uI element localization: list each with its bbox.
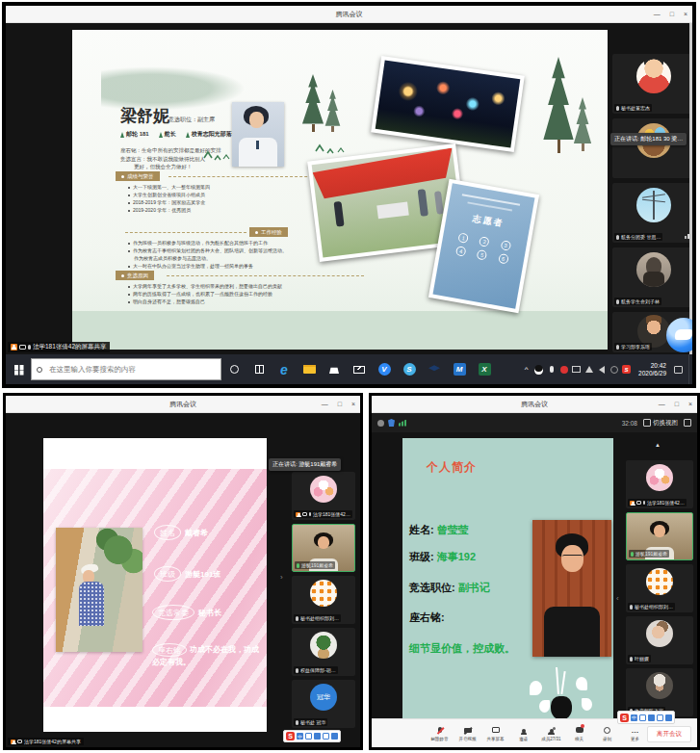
share-screen-button[interactable]: 共享屏幕	[483, 726, 507, 741]
minimize-icon[interactable]: —	[659, 401, 665, 407]
ime-keyboard-icon[interactable]	[323, 733, 329, 740]
info-icon[interactable]	[377, 420, 384, 427]
unmute-button[interactable]: 解除静音	[428, 726, 452, 741]
bullet-item: 作为校青志成员积极参与志愿活动。	[134, 255, 211, 262]
close-icon[interactable]: ×	[684, 11, 687, 17]
show-desktop-button[interactable]	[688, 354, 692, 384]
section-title: 竞选原因	[127, 273, 148, 279]
scrollbar[interactable]	[689, 23, 692, 354]
record-tray-icon[interactable]	[557, 354, 570, 384]
tree-bullet-icon	[186, 132, 190, 138]
sogou-ime-toolbar[interactable]: S 中	[617, 711, 675, 724]
taskbar-clock[interactable]: 20:42 2020/6/29	[633, 362, 672, 377]
chat-button[interactable]: 聊天	[567, 726, 591, 741]
switch-view-button[interactable]: 切换视图	[653, 419, 678, 428]
fullscreen-icon[interactable]	[684, 419, 691, 427]
task-view-icon[interactable]	[246, 354, 272, 384]
sogou-tray-icon[interactable]: S	[620, 354, 633, 384]
scroll-up-icon[interactable]: ▲	[655, 442, 661, 448]
ime-mic-icon[interactable]	[314, 733, 321, 740]
avatar-monogram-text: 冠华	[317, 692, 330, 702]
section-title: 成绩与荣誉	[127, 173, 154, 180]
close-icon[interactable]: ×	[688, 401, 692, 407]
tray-expand-icon[interactable]: ^	[520, 354, 532, 384]
ime-lang-icon[interactable]: 中	[297, 733, 303, 740]
sogou-ime-toolbar[interactable]: S 中	[283, 730, 341, 742]
mail-icon[interactable]	[347, 354, 372, 384]
sogou-logo-icon[interactable]: S	[286, 732, 295, 740]
cortana-icon[interactable]	[221, 354, 246, 384]
presenter-icon	[630, 501, 635, 506]
tencent-meeting-icon[interactable]: V	[372, 354, 397, 384]
record-button[interactable]: 录制	[595, 726, 619, 741]
shield-icon[interactable]	[388, 419, 395, 427]
store-icon[interactable]	[322, 354, 347, 384]
participant-thumbnail[interactable]: 冠华 秘书处 冠华	[292, 680, 355, 728]
ime-keyboard-icon[interactable]	[657, 714, 663, 721]
volume-icon[interactable]	[595, 354, 608, 384]
participant-thumbnail[interactable]: 权益保障部-胡…	[292, 628, 355, 676]
screen-share-banner: 法学181张倩42的屏幕共享	[8, 738, 84, 745]
qq-tray-icon[interactable]	[532, 354, 545, 384]
action-center-icon[interactable]	[672, 354, 685, 384]
bullet-item: 2019-2020 学年：优秀团员	[133, 207, 191, 214]
more-button[interactable]: … 更多	[623, 726, 647, 741]
participant-thumbnail[interactable]: 秘书处组织部刘…	[292, 576, 355, 624]
participant-name: 叶丽媛	[635, 656, 649, 662]
ime-icon[interactable]	[608, 354, 620, 384]
participant-thumbnail[interactable]: 秘书处组织部刘…	[626, 564, 693, 612]
sidebar-collapse-handle[interactable]: ›	[280, 573, 283, 582]
close-icon[interactable]: ×	[351, 401, 355, 407]
screen-tray-icon[interactable]	[570, 354, 583, 384]
mic-icon	[643, 501, 645, 505]
sidebar-collapse-handle[interactable]: ‹	[616, 594, 619, 603]
m-app-icon[interactable]: M	[447, 354, 472, 384]
ime-punct-icon[interactable]	[305, 733, 312, 740]
members-button[interactable]: 成员27/31	[539, 726, 563, 741]
share-banner-text: 法学181张倩42的屏幕共享	[33, 343, 107, 351]
maximize-icon[interactable]: □	[670, 11, 674, 17]
tree-bullet-icon	[120, 132, 124, 138]
edge-icon[interactable]: e	[272, 354, 297, 384]
participant-video-active[interactable]: 游艇191戴睿希	[626, 512, 693, 560]
skype-icon[interactable]: S	[397, 354, 422, 384]
mic-tray-icon[interactable]	[545, 354, 557, 384]
mic-icon	[297, 563, 299, 568]
participant-thumbnail[interactable]	[612, 118, 692, 178]
ime-tools-icon[interactable]	[331, 733, 338, 740]
excel-icon[interactable]: X	[472, 354, 497, 384]
participant-thumbnail[interactable]: 航务学生会刘子林	[612, 247, 692, 307]
field-value: 秘书长	[198, 608, 221, 618]
ime-tools-icon[interactable]	[665, 714, 672, 721]
field-label: 姓名	[154, 525, 181, 540]
minimize-icon[interactable]: —	[654, 11, 661, 17]
participant-thumbnail[interactable]: 秘书处董宏杰	[612, 54, 692, 114]
participant-thumbnail[interactable]: 法学181张倩42…	[626, 460, 693, 508]
sogou-logo-icon[interactable]: S	[620, 714, 629, 722]
start-video-button[interactable]: 开启视频	[455, 726, 480, 741]
network-icon[interactable]	[583, 354, 595, 384]
ime-punct-icon[interactable]	[639, 714, 646, 721]
ime-lang-icon[interactable]: 中	[631, 714, 637, 721]
file-explorer-icon[interactable]	[297, 354, 322, 384]
participant-thumbnail[interactable]: 体育部陈飞宇	[626, 668, 693, 716]
participant-thumbnail[interactable]: 叶丽媛	[626, 616, 693, 664]
leave-meeting-button[interactable]: 离开会议	[647, 726, 691, 742]
invite-button[interactable]: 邀请	[511, 726, 535, 741]
participant-name: 航务学生会刘子林	[621, 299, 660, 304]
taskbar-search-input[interactable]	[31, 358, 221, 380]
avatar-cap-man	[646, 672, 673, 699]
participant-thumbnail[interactable]: 航务分团委 甘思…	[612, 183, 692, 243]
learning-app-icon[interactable]	[422, 354, 447, 384]
maximize-icon[interactable]: □	[675, 401, 679, 407]
meeting-window-bottom-right: 腾讯会议 — □ × 32:08 切换视图 个人简介 姓名:曾莹莹 班级:海事1…	[369, 393, 700, 750]
maximize-icon[interactable]: □	[338, 401, 342, 407]
ime-mic-icon[interactable]	[648, 714, 655, 721]
minimize-icon[interactable]: —	[322, 401, 328, 407]
layout-grid-icon[interactable]	[643, 419, 651, 427]
webcam-torso	[544, 607, 600, 657]
participant-thumbnail[interactable]: 法学181张倩42…	[292, 472, 355, 520]
participant-video-active[interactable]: 游艇191戴睿希	[292, 524, 355, 572]
field-label: 座右铭	[152, 643, 187, 657]
start-button[interactable]	[6, 354, 31, 384]
